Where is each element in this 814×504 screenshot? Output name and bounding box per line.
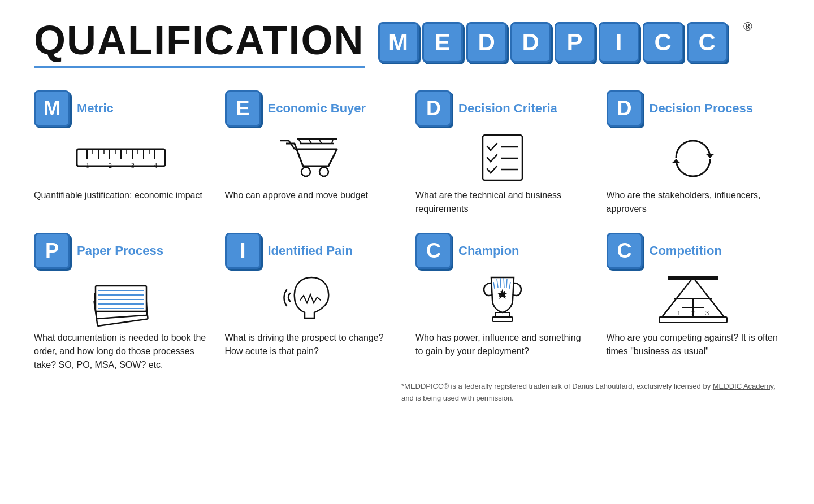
card-decision-criteria-icon bbox=[415, 132, 590, 183]
header-letter-tile-m: M bbox=[378, 22, 419, 63]
svg-point-24 bbox=[301, 167, 310, 176]
card-decision-process-letter: D bbox=[607, 90, 643, 127]
card-metric-title: Metric bbox=[77, 101, 114, 116]
svg-rect-54 bbox=[668, 276, 718, 280]
header-letter-tile-d: D bbox=[510, 22, 551, 63]
card-competition-title: Competition bbox=[650, 244, 722, 258]
card-metric-icon: 1 2 3 4 bbox=[34, 132, 208, 183]
svg-rect-36 bbox=[96, 286, 146, 311]
card-decision-criteria-title: Decision Criteria bbox=[458, 101, 557, 116]
card-champion-icon: ★ #1 bbox=[415, 275, 590, 325]
svg-line-27 bbox=[289, 141, 295, 149]
page-wrapper: QUALIFICATION MEDDPICC ® M Metric bbox=[0, 0, 814, 422]
card-decision-process-title: Decision Process bbox=[650, 101, 753, 116]
svg-marker-33 bbox=[672, 159, 681, 163]
card-decision-criteria-desc: What are the technical and business requ… bbox=[415, 189, 590, 216]
card-competition: C Competition 2 1 3 bbox=[607, 233, 781, 372]
card-decision-criteria: D Decision Criteria What are the technic… bbox=[415, 90, 590, 216]
card-paper-process-letter: P bbox=[34, 233, 70, 269]
card-decision-process-header: D Decision Process bbox=[607, 90, 781, 127]
header-letter-tile-d: D bbox=[466, 22, 507, 63]
card-economic-buyer-desc: Who can approve and move budget bbox=[225, 189, 399, 202]
card-metric-desc: Quantifiable justification; economic imp… bbox=[34, 189, 208, 202]
card-competition-desc: Who are you competing against? It is oft… bbox=[607, 331, 781, 358]
card-paper-process-header: P Paper Process bbox=[34, 233, 208, 269]
card-economic-buyer: E Economic Buyer bbox=[225, 90, 399, 216]
card-competition-icon: 2 1 3 bbox=[607, 275, 781, 325]
svg-rect-43 bbox=[492, 317, 513, 321]
card-economic-buyer-title: Economic Buyer bbox=[268, 101, 366, 116]
card-economic-buyer-letter: E bbox=[225, 90, 261, 127]
card-economic-buyer-header: E Economic Buyer bbox=[225, 90, 399, 127]
card-decision-criteria-header: D Decision Criteria bbox=[415, 90, 590, 127]
card-identified-pain-title: Identified Pain bbox=[268, 244, 353, 258]
card-decision-criteria-letter: D bbox=[415, 90, 452, 127]
card-paper-process: P Paper Process bbox=[34, 233, 208, 372]
svg-text:4: 4 bbox=[154, 162, 157, 170]
card-champion-title: Champion bbox=[458, 244, 519, 258]
letter-tiles: MEDDPICC bbox=[378, 22, 728, 63]
header-letter-tile-c: C bbox=[643, 22, 683, 63]
card-economic-buyer-icon bbox=[225, 132, 399, 183]
card-competition-header: C Competition bbox=[607, 233, 781, 269]
footer-text: *MEDDPICC® is a federally registered tra… bbox=[401, 381, 786, 405]
top-grid: M Metric bbox=[34, 90, 780, 216]
header-letter-tile-e: E bbox=[422, 22, 463, 63]
card-paper-process-title: Paper Process bbox=[77, 244, 163, 258]
card-champion-letter: C bbox=[415, 233, 452, 269]
header: QUALIFICATION MEDDPICC ® bbox=[34, 17, 780, 68]
svg-text:3: 3 bbox=[705, 309, 709, 317]
svg-text:2: 2 bbox=[691, 309, 695, 317]
footer-area: *MEDDPICC® is a federally registered tra… bbox=[34, 381, 780, 405]
card-decision-process-desc: Who are the stakeholders, influencers, a… bbox=[607, 189, 781, 216]
svg-text:1: 1 bbox=[677, 309, 681, 317]
svg-text:2: 2 bbox=[109, 162, 112, 170]
card-paper-process-desc: What documentation is needed to book the… bbox=[34, 331, 208, 372]
card-champion-desc: Who has power, influence and something t… bbox=[415, 331, 590, 358]
card-decision-process-icon bbox=[607, 132, 781, 183]
card-metric-letter: M bbox=[34, 90, 70, 127]
card-paper-process-icon bbox=[34, 275, 208, 325]
card-identified-pain-desc: What is driving the prospect to change? … bbox=[225, 331, 399, 358]
card-champion: C Champion ★ #1 bbox=[415, 233, 590, 372]
meddic-academy-link[interactable]: MEDDIC Academy bbox=[713, 382, 773, 390]
registered-mark: ® bbox=[743, 19, 753, 34]
svg-marker-32 bbox=[705, 154, 715, 158]
svg-rect-53 bbox=[659, 317, 727, 323]
card-identified-pain-letter: I bbox=[225, 233, 261, 269]
svg-point-25 bbox=[319, 167, 328, 176]
svg-text:3: 3 bbox=[131, 162, 135, 170]
header-letter-tile-c: C bbox=[687, 22, 728, 63]
bottom-grid: P Paper Process bbox=[34, 233, 780, 372]
header-letter-tile-p: P bbox=[555, 22, 595, 63]
svg-text:1: 1 bbox=[86, 162, 89, 170]
header-letter-tile-i: I bbox=[599, 22, 639, 63]
card-champion-header: C Champion bbox=[415, 233, 590, 269]
svg-text:#1: #1 bbox=[499, 290, 506, 298]
card-identified-pain: I Identified Pain What is driving the pr… bbox=[225, 233, 399, 372]
card-decision-process: D Decision Process Who are the stakehold… bbox=[607, 90, 781, 216]
card-metric: M Metric bbox=[34, 90, 208, 216]
page-title: QUALIFICATION bbox=[34, 17, 365, 68]
card-competition-letter: C bbox=[607, 233, 643, 269]
card-metric-header: M Metric bbox=[34, 90, 208, 127]
card-identified-pain-icon bbox=[225, 275, 399, 325]
card-identified-pain-header: I Identified Pain bbox=[225, 233, 399, 269]
